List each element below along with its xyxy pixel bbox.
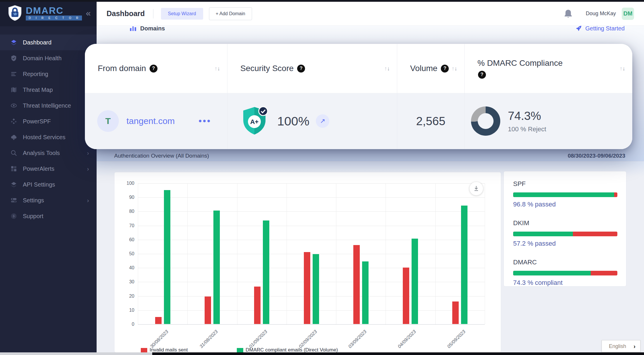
bar-invalid-03/09/2023[interactable] <box>353 245 360 324</box>
rocket-icon <box>575 25 582 32</box>
gridline <box>237 183 237 324</box>
user-name[interactable]: Doug McKay <box>586 11 616 17</box>
sidebar-item-dashboard[interactable]: Dashboard <box>0 35 97 50</box>
bar-invalid-31/08/2023[interactable] <box>205 297 211 324</box>
column-header-volume[interactable]: Volume ? ↑↓ <box>397 44 465 93</box>
sidebar-item-api-settings[interactable]: API Settings <box>0 177 97 192</box>
bar-compliant-01/09/2023[interactable] <box>263 220 269 324</box>
column-header-dmarc-compliance[interactable]: % DMARC Compliance ? ↑↓ <box>465 44 632 93</box>
sidebar-collapse-icon[interactable]: « <box>86 9 91 18</box>
bar-compliant-30/08/2023[interactable] <box>164 190 170 324</box>
window-bottom-strip-gray <box>0 352 152 355</box>
y-tick-label: 30 <box>124 279 134 285</box>
auth-progress-bar <box>513 232 617 236</box>
date-range[interactable]: 08/30/2023-09/06/2023 <box>568 153 625 159</box>
y-tick-label: 0 <box>124 322 134 327</box>
topbar: Dashboard Setup Wizard + Add Domain Doug… <box>97 2 644 26</box>
domain-health-icon <box>11 55 17 61</box>
table-row-domain-cell: T tangent.com ••• <box>85 93 227 149</box>
overview-header-row: Authentication Overview (All Domains) 08… <box>97 151 644 160</box>
notifications-bell-icon[interactable] <box>564 9 572 18</box>
security-score-header-label: Security Score <box>240 64 294 73</box>
logo-row: DMARC D I R E C T O R « <box>0 0 97 26</box>
auth-summary-dkim: DKIM57.2 % passed <box>513 219 617 247</box>
sidebar-item-label: Dashboard <box>23 39 52 46</box>
sidebar-item-settings[interactable]: Settings› <box>0 192 97 208</box>
auth-summary-card: SPF96.8 % passedDKIM57.2 % passedDMARC74… <box>503 171 626 287</box>
auth-progress-bar <box>513 192 617 197</box>
chart-download-button[interactable] <box>470 182 483 195</box>
sidebar-item-label: Hosted Services <box>23 134 66 141</box>
sort-icon[interactable]: ↑↓ <box>620 66 625 71</box>
bar-invalid-02/09/2023[interactable] <box>304 252 310 324</box>
sidebar-item-label: Settings <box>23 197 44 204</box>
getting-started-label: Getting Started <box>585 25 625 32</box>
sidebar-item-threat-map[interactable]: Threat Map <box>0 82 97 98</box>
table-row-compliance-cell: 74.3% 100 % Reject <box>465 93 632 149</box>
support-icon <box>11 213 17 219</box>
bar-compliant-31/08/2023[interactable] <box>213 211 220 324</box>
setup-wizard-button[interactable]: Setup Wizard <box>161 8 203 20</box>
sidebar-item-label: PowerAlerts <box>23 166 54 172</box>
compliance-percent: 74.3% <box>508 109 546 123</box>
gridline <box>287 183 287 324</box>
bar-compliant-05/09/2023[interactable] <box>461 206 467 324</box>
row-menu-icon[interactable]: ••• <box>198 116 211 126</box>
open-score-icon[interactable]: ↗ <box>316 114 329 128</box>
sidebar-item-threat-intelligence[interactable]: Threat Intelligence <box>0 98 97 113</box>
sidebar-item-label: Threat Map <box>23 87 53 93</box>
sidebar-item-support[interactable]: Support <box>0 208 97 224</box>
sidebar-item-reporting[interactable]: Reporting <box>0 66 97 82</box>
help-icon[interactable]: ? <box>297 65 305 73</box>
x-tick-label: 04/09/2023 <box>380 329 417 355</box>
bar-invalid-05/09/2023[interactable] <box>452 301 459 324</box>
sidebar-item-domain-health[interactable]: Domain Health <box>0 50 97 66</box>
dashboard-icon <box>11 39 17 46</box>
help-icon[interactable]: ? <box>150 65 157 73</box>
column-header-security-score[interactable]: Security Score ? ↑↓ <box>227 44 397 93</box>
reporting-icon <box>11 71 17 77</box>
add-domain-button[interactable]: + Add Domain <box>209 7 252 20</box>
auth-summary-dmarc: DMARC74.3 % compliant <box>513 259 617 287</box>
download-icon <box>473 185 479 192</box>
bar-invalid-04/09/2023[interactable] <box>403 268 409 324</box>
getting-started-link[interactable]: Getting Started <box>575 25 625 32</box>
powerspf-icon <box>11 118 17 125</box>
topbar-divider <box>153 9 153 18</box>
help-icon[interactable]: ? <box>441 65 449 73</box>
help-icon[interactable]: ? <box>478 71 486 79</box>
topbar-right: Doug McKay DM <box>564 8 634 20</box>
sort-icon[interactable]: ↑↓ <box>384 66 390 71</box>
gridline <box>138 254 485 254</box>
sidebar-item-analysis-tools[interactable]: Analysis Tools› <box>0 145 97 161</box>
sidebar-item-label: Domain Health <box>23 55 61 62</box>
user-avatar[interactable]: DM <box>622 8 634 20</box>
svg-text:A+: A+ <box>250 118 259 125</box>
sidebar-item-powerspf[interactable]: PowerSPF <box>0 113 97 129</box>
bar-chart-icon <box>130 26 136 31</box>
bar-compliant-03/09/2023[interactable] <box>362 261 369 324</box>
domains-label: Domains <box>140 25 165 32</box>
compliance-texts: 74.3% 100 % Reject <box>508 109 546 133</box>
sidebar-item-hosted-services[interactable]: Hosted Services <box>0 129 97 145</box>
bar-compliant-02/09/2023[interactable] <box>313 254 319 324</box>
language-selector[interactable]: English › <box>602 340 640 352</box>
sort-icon[interactable]: ↑↓ <box>452 66 457 71</box>
auth-progress-fill <box>513 192 614 197</box>
sort-icon[interactable]: ↑↓ <box>215 66 220 71</box>
bar-invalid-01/09/2023[interactable] <box>254 287 261 324</box>
poweralerts-icon <box>11 166 17 172</box>
column-header-from-domain[interactable]: From domain ? ↑↓ <box>85 44 227 93</box>
domain-table-card: From domain ? ↑↓ Security Score ? ↑↓ Vol… <box>85 44 632 149</box>
gridline <box>138 211 485 212</box>
settings-icon <box>11 197 17 204</box>
auth-value-text: 96.8 % passed <box>513 201 617 208</box>
dmarc-compliance-header-label: % DMARC Compliance <box>477 58 563 68</box>
gridline <box>138 240 485 240</box>
bar-invalid-30/08/2023[interactable] <box>155 317 162 324</box>
bar-compliant-04/09/2023[interactable] <box>412 239 418 324</box>
security-grade-shield-icon: A+ <box>241 106 269 136</box>
sidebar-item-poweralerts[interactable]: PowerAlerts› <box>0 161 97 177</box>
domain-link[interactable]: tangent.com <box>126 116 175 126</box>
auth-progress-fill <box>513 271 591 275</box>
